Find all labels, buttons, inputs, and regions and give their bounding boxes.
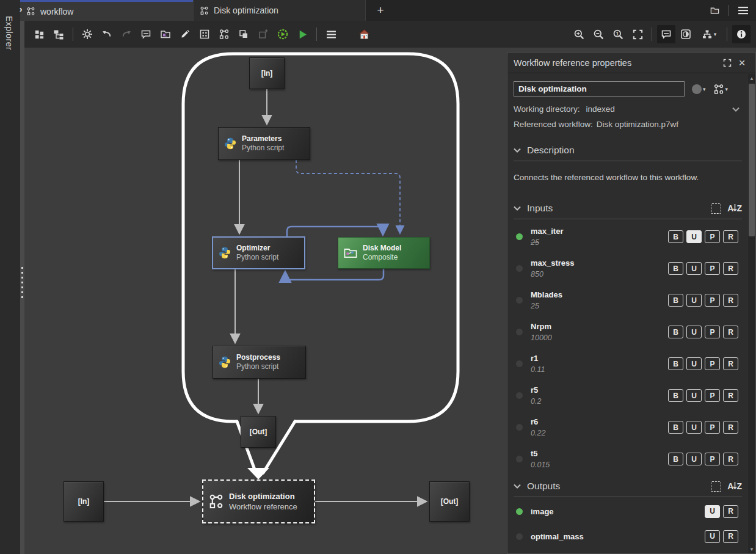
section-description[interactable]: Description <box>514 145 742 156</box>
flag-u-button[interactable]: U <box>686 357 702 370</box>
tab-workflow-label: workflow <box>40 7 73 16</box>
divider <box>73 27 73 41</box>
copy-button[interactable] <box>234 25 253 43</box>
section-inputs[interactable]: Inputs AZ <box>514 203 742 214</box>
block-name-input[interactable] <box>514 81 685 97</box>
redo-button[interactable] <box>117 25 136 43</box>
node-postprocess[interactable]: Postprocess Python script <box>213 346 306 379</box>
node-in-top[interactable]: [In] <box>249 57 285 89</box>
flag-b-button[interactable]: B <box>668 230 683 243</box>
flag-u-button[interactable]: U <box>686 389 702 402</box>
flag-p-button[interactable]: P <box>705 357 720 370</box>
fit-screen-button[interactable] <box>628 25 647 43</box>
node-parameters[interactable]: Parameters Python script <box>218 127 310 160</box>
flag-b-button[interactable]: B <box>668 326 683 338</box>
flag-p-button[interactable]: P <box>705 421 720 434</box>
node-optimizer[interactable]: Optimizer Python script <box>212 236 305 269</box>
flag-u-button[interactable]: U <box>686 453 702 465</box>
select-all-icon[interactable] <box>711 481 721 492</box>
undo-button[interactable] <box>98 25 116 43</box>
flag-r-button[interactable]: R <box>723 326 738 338</box>
node-disk-model[interactable]: Disk Model Composite <box>338 237 430 269</box>
flag-r-button[interactable]: R <box>723 262 738 275</box>
node-title: Disk optimization <box>229 491 297 501</box>
flag-b-button[interactable]: B <box>668 421 683 434</box>
run-options-button[interactable] <box>274 25 292 43</box>
settings-button[interactable] <box>78 25 96 43</box>
open-folder-button[interactable] <box>705 2 724 19</box>
tab-disk-optimization[interactable]: Disk optimization <box>193 0 366 21</box>
sidebar-splitter[interactable] <box>20 21 24 554</box>
flag-p-button[interactable]: P <box>705 294 720 307</box>
flag-r-button[interactable]: R <box>723 294 738 307</box>
select-all-icon[interactable] <box>711 203 721 214</box>
scroll-up-arrow-icon[interactable]: ▲ <box>747 74 756 82</box>
flag-b-button[interactable]: B <box>668 357 683 370</box>
flag-u-button[interactable]: U <box>686 230 702 243</box>
info-button[interactable] <box>732 25 751 43</box>
node-in-bottom[interactable]: [In] <box>64 481 104 522</box>
flag-p-button[interactable]: P <box>705 230 720 243</box>
node-workflow-reference[interactable]: Disk optimization Workflow reference <box>202 479 315 523</box>
main-menu-button[interactable] <box>734 2 752 19</box>
flag-u-button[interactable]: U <box>686 294 702 307</box>
working-directory-expand[interactable] <box>732 107 740 112</box>
run-menu-button[interactable] <box>322 25 340 43</box>
sort-az-icon[interactable]: AZ <box>727 203 742 213</box>
blocks-button[interactable] <box>30 25 48 43</box>
grid-button[interactable] <box>195 25 214 43</box>
flag-b-button[interactable]: B <box>668 294 683 307</box>
flag-r-button[interactable]: R <box>723 389 738 402</box>
link-nodes-button[interactable] <box>215 25 233 43</box>
flag-p-button[interactable]: P <box>705 262 720 275</box>
flag-p-button[interactable]: P <box>705 453 720 465</box>
sort-az-icon[interactable]: AZ <box>727 481 742 491</box>
comment-button[interactable] <box>137 25 155 43</box>
flag-r-button[interactable]: R <box>723 530 738 543</box>
flag-u-button[interactable]: U <box>686 326 702 338</box>
contrast-button[interactable] <box>677 25 695 43</box>
flag-u-button[interactable]: U <box>705 530 720 543</box>
edit-button[interactable] <box>176 25 194 43</box>
flag-b-button[interactable]: B <box>668 262 683 275</box>
node-out-top[interactable]: [Out] <box>241 416 276 448</box>
new-tab-button[interactable]: + <box>366 0 395 21</box>
flag-b-button[interactable]: B <box>668 453 683 465</box>
show-comments-button[interactable] <box>657 25 675 43</box>
zoom-in-button[interactable] <box>570 25 588 43</box>
node-out-bottom[interactable]: [Out] <box>429 481 470 522</box>
add-frame-button[interactable] <box>254 25 272 43</box>
tree-view-button[interactable] <box>49 25 68 43</box>
flag-r-button[interactable]: R <box>723 230 738 243</box>
flag-u-button[interactable]: U <box>686 262 702 275</box>
layout-tree-button[interactable]: ▾ <box>696 25 722 43</box>
flag-r-button[interactable]: R <box>723 505 738 518</box>
flag-u-button[interactable]: U <box>686 421 702 434</box>
zoom-out-button[interactable] <box>589 25 608 43</box>
scroll-down-arrow-icon[interactable]: ▼ <box>747 545 756 553</box>
flag-p-button[interactable]: P <box>705 389 720 402</box>
working-directory-button[interactable] <box>156 25 175 43</box>
color-dropdown[interactable]: ▾ <box>692 84 706 94</box>
splitter-grip-icon[interactable] <box>21 267 23 299</box>
tab-workflow[interactable]: workflow <box>20 0 193 21</box>
flag-p-button[interactable]: P <box>705 326 720 338</box>
flag-r-button[interactable]: R <box>723 357 738 370</box>
block-type-dropdown[interactable]: ▾ <box>713 84 729 95</box>
flag-r-button[interactable]: R <box>723 421 738 434</box>
flag-b-button[interactable]: B <box>668 389 683 402</box>
home-button[interactable] <box>355 25 373 43</box>
flag-r-button[interactable]: R <box>723 453 738 465</box>
output-row-optimal-mass: optimal_mass U R <box>514 525 742 547</box>
undo-icon <box>101 29 112 40</box>
scrollbar-thumb[interactable] <box>749 84 755 236</box>
panel-scrollbar[interactable]: ▲ ▼ <box>747 74 755 553</box>
explorer-expand-chevron-icon[interactable]: › <box>16 4 26 15</box>
run-button[interactable] <box>293 25 311 43</box>
chevron-down-icon: ▾ <box>725 86 729 92</box>
section-outputs[interactable]: Outputs AZ <box>514 481 742 492</box>
zoom-100-button[interactable]: 1 <box>609 25 627 43</box>
flag-u-button[interactable]: U <box>705 505 720 518</box>
panel-expand-button[interactable] <box>720 56 735 70</box>
panel-close-button[interactable]: × <box>735 56 749 70</box>
